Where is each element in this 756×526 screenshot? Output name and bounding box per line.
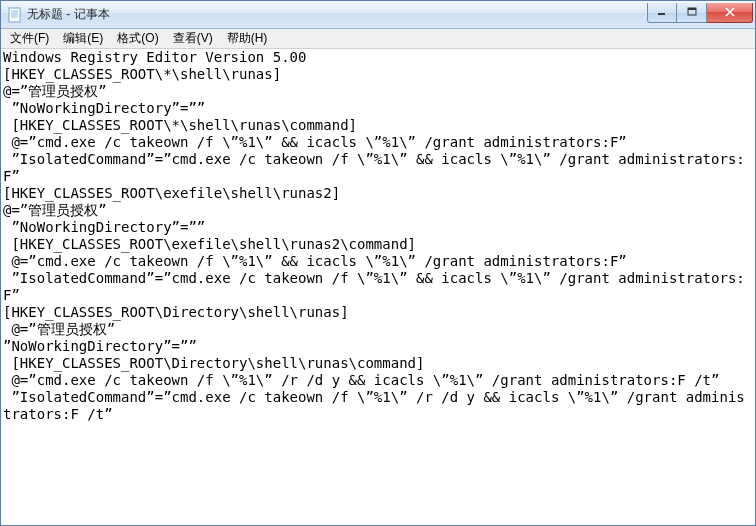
titlebar[interactable]: 无标题 - 记事本 [1,1,755,29]
notepad-icon [7,7,23,23]
menu-view[interactable]: 查看(V) [166,28,220,49]
menu-file[interactable]: 文件(F) [3,28,56,49]
menu-format[interactable]: 格式(O) [110,28,165,49]
window-controls [647,3,753,23]
menubar: 文件(F) 编辑(E) 格式(O) 查看(V) 帮助(H) [1,29,755,49]
window-title: 无标题 - 记事本 [27,6,647,23]
menu-edit[interactable]: 编辑(E) [56,28,110,49]
editor-area[interactable]: Windows Registry Editor Version 5.00 [HK… [1,49,755,525]
close-button[interactable] [707,3,753,23]
minimize-button[interactable] [647,3,677,23]
maximize-button[interactable] [677,3,707,23]
menu-help[interactable]: 帮助(H) [220,28,275,49]
document-text[interactable]: Windows Registry Editor Version 5.00 [HK… [1,49,755,423]
